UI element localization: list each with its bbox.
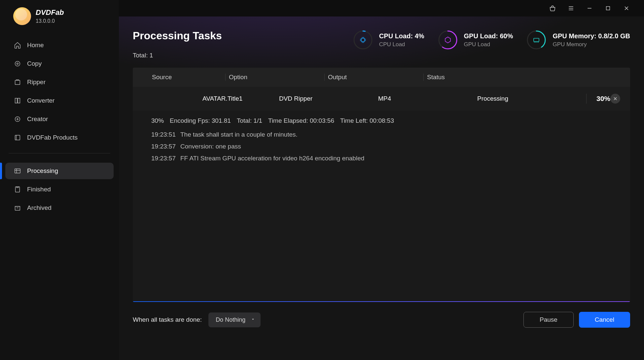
log-line: 19:23:57FF ATI Stream GPU acceleration f… — [151, 155, 612, 162]
header-output: Output — [324, 74, 423, 81]
svg-rect-6 — [15, 135, 20, 140]
mem-meter: GPU Memory: 0.8/2.0 GB GPU Memory — [526, 30, 630, 50]
home-icon — [14, 42, 21, 49]
sidebar-item-dvdfab-products[interactable]: DVDFab Products — [5, 129, 114, 146]
svg-rect-3 — [15, 98, 17, 103]
mem-ring-icon — [526, 30, 547, 50]
header-source: Source — [133, 74, 225, 81]
cpu-meter-title: CPU Load: 4% — [379, 32, 424, 40]
gpu-meter-title: GPU Load: 60% — [464, 32, 513, 40]
log-fps: Encoding Fps: 301.81 — [170, 117, 231, 124]
app-name: DVDFab — [36, 8, 64, 17]
minimize-button[interactable] — [585, 4, 594, 13]
log-line: 19:23:57Conversion: one pass — [151, 143, 612, 150]
maximize-button[interactable] — [604, 4, 612, 13]
ripper-icon — [14, 79, 21, 86]
sidebar-item-label: Creator — [27, 115, 48, 123]
gpu-meter: GPU Load: 60% GPU Load — [438, 30, 513, 50]
sidebar-item-copy[interactable]: Copy — [5, 55, 114, 72]
after-tasks-label: When all tasks are done: — [133, 316, 202, 323]
sidebar-item-converter[interactable]: Converter — [5, 92, 114, 109]
processing-icon — [14, 167, 21, 175]
sidebar-divider — [9, 153, 110, 153]
log-msg: FF ATI Stream GPU acceleration for video… — [180, 155, 364, 162]
log-msg: Conversion: one pass — [180, 143, 241, 150]
sidebar-item-label: DVDFab Products — [27, 134, 78, 141]
sidebar-item-home[interactable]: Home — [5, 37, 114, 53]
titlebar — [119, 0, 644, 16]
sidebar-item-ripper[interactable]: Ripper — [5, 74, 114, 90]
svg-rect-7 — [15, 169, 20, 173]
sidebar-item-processing[interactable]: Processing — [5, 163, 114, 179]
creator-icon — [14, 115, 21, 123]
task-status: Processing — [474, 95, 586, 102]
log-time: 19:23:57 — [151, 155, 176, 162]
sidebar-item-label: Finished — [27, 186, 51, 193]
svg-rect-18 — [534, 38, 539, 42]
basket-icon[interactable] — [548, 4, 557, 13]
app-logo-icon — [13, 7, 31, 25]
sidebar-item-label: Ripper — [27, 79, 46, 86]
header-option: Option — [225, 74, 324, 81]
log-elapsed: Time Elapsed: 00:03:56 — [268, 117, 334, 124]
sidebar-item-label: Converter — [27, 97, 54, 104]
log-left: Time Left: 00:08:53 — [340, 117, 394, 124]
after-tasks-value: Do Nothing — [216, 316, 245, 323]
svg-rect-4 — [18, 98, 20, 103]
page-title: Processing Tasks — [133, 30, 222, 42]
close-button[interactable] — [622, 4, 631, 13]
archived-icon — [14, 204, 21, 212]
copy-icon — [14, 60, 21, 67]
pause-button[interactable]: Pause — [523, 312, 574, 328]
log-msg: The task shall start in a couple of minu… — [180, 131, 298, 138]
mem-meter-title: GPU Memory: 0.8/2.0 GB — [553, 32, 630, 40]
sidebar-item-label: Processing — [27, 167, 58, 175]
app-version: 13.0.0.0 — [36, 18, 64, 24]
log-time: 19:23:51 — [151, 131, 176, 138]
svg-rect-9 — [15, 206, 20, 210]
svg-point-1 — [17, 63, 18, 65]
cpu-ring-icon — [353, 30, 373, 50]
after-tasks-select[interactable]: Do Nothing — [208, 312, 261, 327]
cpu-meter: CPU Load: 4% CPU Load — [353, 30, 424, 50]
sidebar-item-creator[interactable]: Creator — [5, 111, 114, 127]
products-icon — [14, 134, 21, 141]
task-option: DVD Ripper — [276, 95, 375, 102]
logo-block: DVDFab 13.0.0.0 — [0, 7, 119, 33]
cpu-meter-sub: CPU Load — [379, 41, 424, 48]
gpu-meter-sub: GPU Load — [464, 41, 513, 48]
converter-icon — [14, 97, 21, 104]
sidebar: DVDFab 13.0.0.0 HomeCopyRipperConverterC… — [0, 0, 119, 360]
svg-point-0 — [15, 61, 20, 66]
log-time: 19:23:57 — [151, 143, 176, 150]
header-status: Status — [423, 74, 536, 81]
svg-rect-10 — [606, 7, 610, 10]
table-header: Source Option Output Status — [133, 68, 630, 87]
svg-rect-13 — [361, 38, 365, 42]
tasks-table: Source Option Output Status AVATAR.Title… — [133, 68, 630, 302]
sidebar-item-label: Home — [27, 42, 44, 49]
total-count: Total: 1 — [133, 52, 222, 59]
task-row[interactable]: AVATAR.Title1 DVD Ripper MP4 Processing … — [133, 87, 630, 111]
log-total: Total: 1/1 — [237, 117, 262, 124]
gpu-ring-icon — [438, 30, 458, 50]
sidebar-item-finished[interactable]: Finished — [5, 181, 114, 198]
task-output: MP4 — [375, 95, 474, 102]
mem-meter-sub: GPU Memory — [553, 41, 630, 48]
log-line: 19:23:51The task shall start in a couple… — [151, 131, 612, 138]
chevron-down-icon — [251, 316, 255, 323]
svg-rect-2 — [15, 81, 20, 85]
cancel-button[interactable]: Cancel — [579, 312, 630, 328]
task-log: 30% Encoding Fps: 301.81 Total: 1/1 Time… — [133, 111, 630, 169]
log-pct: 30% — [151, 117, 164, 124]
sidebar-item-label: Archived — [27, 204, 52, 212]
task-cancel-button[interactable] — [610, 94, 620, 104]
sidebar-item-archived[interactable]: Archived — [5, 200, 114, 216]
finished-icon — [14, 186, 21, 193]
task-source: AVATAR.Title1 — [183, 95, 276, 102]
task-percent: 30% — [596, 95, 610, 103]
sidebar-item-label: Copy — [27, 60, 42, 67]
menu-icon[interactable] — [567, 4, 575, 13]
